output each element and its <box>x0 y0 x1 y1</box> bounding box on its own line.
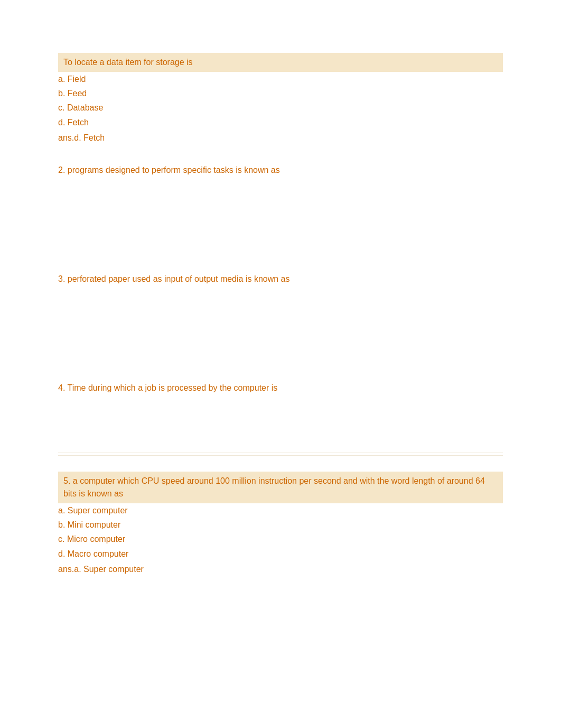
option-1a: a. Field <box>58 72 503 86</box>
question-block-5: 5. a computer which CPU speed around 100… <box>58 472 503 576</box>
option-1d: d. Fetch <box>58 115 503 130</box>
question-block-2: 2. programs designed to perform specific… <box>58 161 503 254</box>
question-text-4: 4. Time during which a job is processed … <box>58 383 277 392</box>
spacer-4 <box>58 398 503 450</box>
divider-line-1 <box>58 453 503 453</box>
question-block-4: 4. Time during which a job is processed … <box>58 379 503 456</box>
spacer-3 <box>58 289 503 363</box>
question-text-5: 5. a computer which CPU speed around 100… <box>63 476 485 498</box>
question-text-3: 3. perforated paper used as input of out… <box>58 274 290 283</box>
question-text-2: 2. programs designed to perform specific… <box>58 165 280 174</box>
spacer-2 <box>58 180 503 254</box>
divider-line-2 <box>58 455 503 456</box>
question-block-3: 3. perforated paper used as input of out… <box>58 270 503 363</box>
option-5c: c. Micro computer <box>58 532 503 546</box>
option-1b: b. Feed <box>58 86 503 100</box>
answer-1: ans.d. Fetch <box>58 131 503 145</box>
question-block-1: To locate a data item for storage is a. … <box>58 53 503 145</box>
option-5a: a. Super computer <box>58 503 503 518</box>
question-text-1: To locate a data item for storage is <box>63 58 193 67</box>
question-container-3: 3. perforated paper used as input of out… <box>58 270 503 289</box>
answer-5: ans.a. Super computer <box>58 562 503 576</box>
option-5b: b. Mini computer <box>58 518 503 532</box>
question-highlight-1: To locate a data item for storage is <box>58 53 503 72</box>
question-highlight-5: 5. a computer which CPU speed around 100… <box>58 472 503 503</box>
question-container-4: 4. Time during which a job is processed … <box>58 379 503 398</box>
option-5d: d. Macro computer <box>58 547 503 561</box>
page-container: To locate a data item for storage is a. … <box>0 0 561 634</box>
question-container-2: 2. programs designed to perform specific… <box>58 161 503 180</box>
option-1c: c. Database <box>58 100 503 115</box>
